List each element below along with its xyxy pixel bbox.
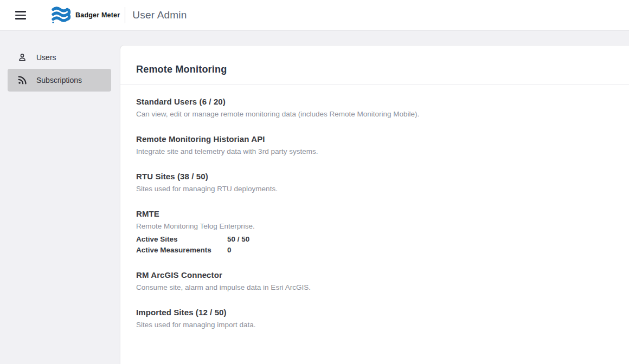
detail-value: 0 [227,246,232,254]
sidebar-item-users[interactable]: Users [8,46,111,69]
sidebar-item-label: Users [36,53,56,62]
rmte-detail-rows: Active Sites 50 / 50 Active Measurements… [136,233,607,255]
section-description: Integrate site and telemetry data with 3… [136,147,607,157]
app-header: Badger Meter User Admin [0,0,629,31]
detail-row-active-measurements: Active Measurements 0 [136,244,607,255]
header-divider [125,7,125,23]
section-standard-users: Standard Users (6 / 20) Can view, edit o… [136,97,607,119]
section-historian-api: Remote Monitoring Historian API Integrat… [136,134,607,157]
page-title: Remote Monitoring [136,64,629,75]
brand-wordmark: Badger Meter [75,11,120,19]
rss-icon [17,75,27,85]
section-rtu-sites: RTU Sites (38 / 50) Sites used for manag… [136,172,607,194]
section-heading: RMTE [136,209,607,218]
section-heading: Remote Monitoring Historian API [136,134,607,144]
section-description: Remote Monitoring Telog Enterprise. [136,222,607,231]
detail-label: Active Measurements [136,246,227,254]
section-heading: Imported Sites (12 / 50) [136,308,607,317]
sidebar: Users Subscriptions [0,31,119,364]
section-heading: RM ArcGIS Connector [136,270,607,280]
badger-meter-logo-icon [51,6,72,24]
subscription-sections: Standard Users (6 / 20) Can view, edit o… [120,84,629,330]
section-description: Can view, edit or manage remote monitori… [136,109,607,119]
sidebar-item-label: Subscriptions [36,76,82,84]
badger-meter-logo: Badger Meter [51,6,120,24]
detail-value: 50 / 50 [227,235,249,243]
person-icon [17,53,27,62]
detail-label: Active Sites [136,235,227,243]
app-title: User Admin [132,9,187,21]
hamburger-icon [15,11,26,12]
section-description: Sites used for managing RTU deployments. [136,184,607,194]
menu-button[interactable] [14,9,27,22]
section-heading: RTU Sites (38 / 50) [136,172,607,181]
content-card: Remote Monitoring Standard Users (6 / 20… [120,45,629,364]
detail-row-active-sites: Active Sites 50 / 50 [136,233,607,244]
section-heading: Standard Users (6 / 20) [136,97,607,106]
section-description: Sites used for managing import data. [136,320,607,330]
sidebar-item-subscriptions[interactable]: Subscriptions [8,69,111,92]
section-rmte: RMTE Remote Monitoring Telog Enterprise.… [136,209,607,255]
section-rm-arcgis-connector: RM ArcGIS Connector Consume site, alarm … [136,270,607,292]
section-description: Consume site, alarm and impulse data in … [136,283,607,292]
section-imported-sites: Imported Sites (12 / 50) Sites used for … [136,308,607,330]
